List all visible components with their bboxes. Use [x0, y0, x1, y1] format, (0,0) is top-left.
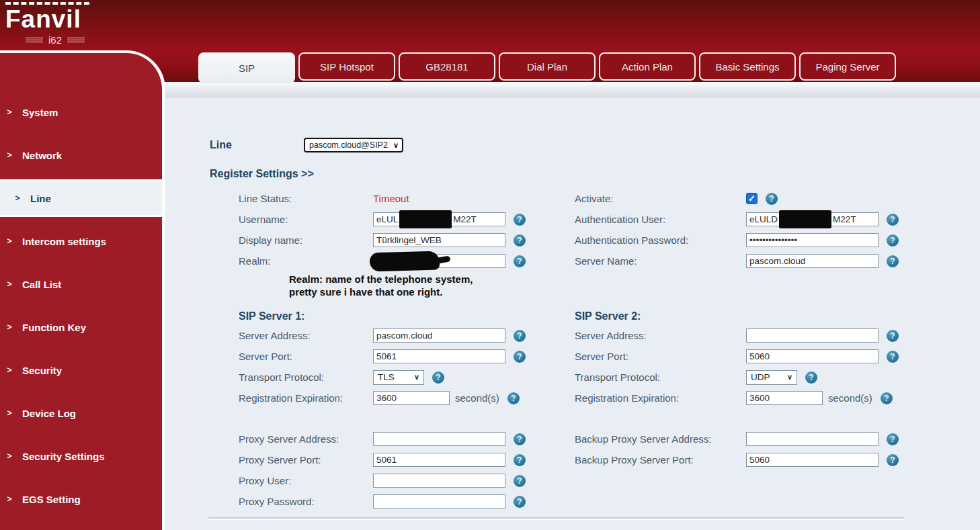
backup-proxy-server-port-value: 5060: [749, 455, 770, 465]
help-icon[interactable]: ?: [514, 351, 526, 363]
help-icon[interactable]: ?: [514, 255, 526, 267]
form-column-left: Line Status:TimeoutUsername:eLULM22T?Dis…: [239, 188, 575, 512]
line-label: Line: [210, 139, 304, 151]
sidebar-item-call-list[interactable]: >Call List: [0, 263, 162, 306]
tab-dial-plan[interactable]: Dial Plan: [499, 52, 596, 81]
display-name-input[interactable]: Türklingel_WEB: [373, 233, 505, 247]
register-settings-form: Line Status:TimeoutUsername:eLULM22T?Dis…: [239, 188, 980, 512]
sidebar-item-security-settings[interactable]: >Security Settings: [0, 435, 162, 478]
server-name-input[interactable]: pascom.cloud: [746, 254, 879, 268]
line-select[interactable]: pascom.cloud@SIP2 ∨: [304, 138, 403, 152]
field-row-server-name: Server Name:pascom.cloud?: [575, 251, 965, 271]
field-label-transport-protocol: Transport Protocol:: [575, 371, 746, 383]
proxy-server-port-input[interactable]: 5061: [373, 453, 505, 467]
registration-expiration-input[interactable]: 3600: [373, 391, 450, 405]
backup-proxy-server-address-input[interactable]: [746, 432, 879, 446]
sidebar-item-system[interactable]: >System: [0, 91, 162, 134]
help-icon[interactable]: ?: [514, 214, 526, 226]
tab-sip-hotspot[interactable]: SIP Hotspot: [298, 52, 395, 81]
help-icon[interactable]: ?: [887, 351, 899, 363]
field-label-server-port: Server Port:: [239, 351, 373, 362]
chevron-down-icon: ∨: [393, 141, 399, 150]
field-row-transport-protocol: Transport Protocol:UDP∨?: [575, 367, 965, 388]
sidebar-item-security[interactable]: >Security: [0, 349, 162, 392]
checkmark-icon: ✓: [748, 193, 756, 204]
tab-basic-settings[interactable]: Basic Settings: [699, 52, 796, 81]
sidebar-item-label: System: [22, 107, 58, 118]
transport-protocol-select-value: TLS: [378, 372, 395, 382]
sidebar-item-intercom-settings[interactable]: >Intercom settings: [0, 220, 162, 263]
proxy-server-address-input[interactable]: [373, 432, 505, 446]
row-spacer: [239, 408, 575, 429]
help-icon[interactable]: ?: [766, 193, 778, 205]
help-icon[interactable]: ?: [881, 392, 893, 404]
field-label-proxy-server-address: Proxy Server Address:: [239, 433, 373, 445]
sidebar-item-label: Device Log: [22, 408, 76, 419]
registration-expiration-input[interactable]: 3600: [746, 391, 823, 405]
server-address-input[interactable]: pascom.cloud: [373, 328, 505, 343]
sidebar-item-network[interactable]: >Network: [0, 134, 162, 177]
fanvil-web-config-page: Fanvil i62 SIPSIP HotspotGB28181Dial Pla…: [0, 0, 980, 530]
authentication-user-input[interactable]: eLULDM22T: [746, 212, 879, 226]
field-row-server-address: Server Address:pascom.cloud?: [239, 325, 575, 346]
help-icon[interactable]: ?: [887, 214, 899, 226]
field-row-realm: Realm:?: [239, 251, 575, 271]
username-value-suffix: M22T: [453, 214, 477, 224]
activate-checkbox[interactable]: ✓: [746, 193, 758, 204]
field-label-server-address: Server Address:: [575, 330, 746, 341]
tab-sip[interactable]: SIP: [198, 52, 295, 83]
tab-gb28181[interactable]: GB28181: [399, 52, 495, 81]
line-selector-row: Line pascom.cloud@SIP2 ∨: [210, 137, 980, 153]
username-input[interactable]: eLULM22T: [373, 212, 505, 226]
help-icon[interactable]: ?: [514, 234, 526, 247]
field-label-backup-proxy-server-port: Backup Proxy Server Port:: [575, 454, 746, 466]
help-icon[interactable]: ?: [514, 475, 526, 487]
help-icon[interactable]: ?: [887, 330, 899, 342]
logo-rule-left-icon: [26, 38, 43, 42]
sidebar-item-egs-setting[interactable]: >EGS Setting: [0, 478, 162, 521]
help-icon[interactable]: ?: [432, 371, 444, 384]
backup-proxy-server-port-input[interactable]: 5060: [746, 453, 879, 467]
help-icon[interactable]: ?: [887, 255, 899, 267]
sidebar-item-line[interactable]: >Line: [0, 179, 162, 217]
help-icon[interactable]: ?: [514, 433, 526, 445]
help-icon[interactable]: ?: [887, 234, 899, 247]
sidebar: >System>Network>Line>Intercom settings>C…: [0, 50, 165, 530]
help-icon[interactable]: ?: [514, 330, 526, 342]
field-row-registration-expiration: Registration Expiration:3600second(s)?: [239, 388, 575, 408]
help-icon[interactable]: ?: [887, 454, 899, 466]
authentication-password-input[interactable]: •••••••••••••••: [746, 233, 879, 247]
tab-paging-server[interactable]: Paging Server: [799, 52, 896, 81]
help-icon[interactable]: ?: [805, 371, 817, 384]
sidebar-item-label: Security Settings: [22, 451, 105, 462]
redaction-blob: [370, 251, 440, 272]
section-heading-sip-server-2: SIP Server 2:: [575, 301, 965, 325]
server-port-input[interactable]: 5060: [746, 349, 879, 363]
help-icon[interactable]: ?: [514, 454, 526, 466]
help-icon[interactable]: ?: [507, 392, 520, 404]
logo-rule-right-icon: [67, 38, 85, 42]
field-row-username: Username:eLULM22T?: [239, 209, 575, 230]
sidebar-item-device-log[interactable]: >Device Log: [0, 392, 162, 435]
sidebar-menu: >System>Network>Line>Intercom settings>C…: [0, 53, 162, 521]
transport-protocol-select[interactable]: UDP∨: [746, 370, 797, 385]
field-label-registration-expiration: Registration Expiration:: [239, 392, 373, 404]
tab-action-plan[interactable]: Action Plan: [599, 52, 696, 81]
proxy-user-input[interactable]: [373, 474, 505, 488]
sidebar-item-label: EGS Setting: [22, 494, 81, 505]
chevron-right-icon: >: [5, 365, 13, 375]
help-icon[interactable]: ?: [887, 433, 899, 445]
server-port-input[interactable]: 5061: [373, 349, 505, 363]
help-icon[interactable]: ?: [514, 496, 526, 508]
realm-input[interactable]: [373, 254, 505, 268]
sidebar-item-label: Intercom settings: [22, 236, 106, 247]
server-address-value: pascom.cloud: [376, 330, 432, 341]
sidebar-item-label: Line: [30, 193, 51, 204]
sidebar-item-function-key[interactable]: >Function Key: [0, 306, 162, 349]
sidebar-item-label: Call List: [22, 279, 61, 290]
server-address-input[interactable]: [746, 328, 879, 343]
row-spacer: [575, 271, 965, 301]
proxy-password-input[interactable]: [373, 494, 505, 509]
field-row-registration-expiration: Registration Expiration:3600second(s)?: [575, 388, 965, 408]
transport-protocol-select[interactable]: TLS∨: [373, 370, 424, 385]
